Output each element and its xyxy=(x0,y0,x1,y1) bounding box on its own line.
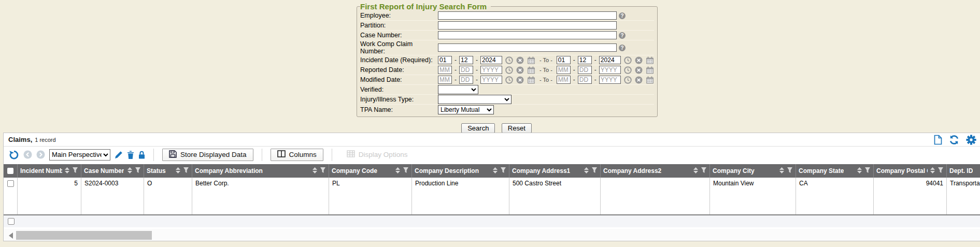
perspective-select[interactable]: Main Perspective xyxy=(49,149,110,161)
incident-date-from-month-input[interactable] xyxy=(438,56,452,64)
column-header-company-description[interactable]: Company Description xyxy=(412,164,509,178)
new-document-icon[interactable] xyxy=(934,135,942,145)
column-header-case-number[interactable]: Case Number xyxy=(81,164,144,178)
column-header-incident-number[interactable]: Incident Number xyxy=(18,164,81,178)
help-icon[interactable]: ? xyxy=(619,12,626,19)
clock-icon[interactable] xyxy=(624,76,632,84)
partition-input[interactable] xyxy=(438,21,617,30)
reset-button[interactable]: Reset xyxy=(502,123,532,133)
filter-icon[interactable] xyxy=(591,167,598,175)
sort-icon[interactable] xyxy=(175,167,181,176)
scrollbar-thumb[interactable] xyxy=(16,231,152,240)
clock-icon[interactable] xyxy=(624,56,632,64)
sort-icon[interactable] xyxy=(127,167,133,176)
clear-date-icon[interactable] xyxy=(516,66,524,74)
modified-date-from-month-input[interactable] xyxy=(438,76,452,84)
modified-date-to-day-input[interactable] xyxy=(578,76,592,84)
case-number-input[interactable] xyxy=(438,31,617,39)
calendar-icon[interactable] xyxy=(646,76,654,84)
filter-icon[interactable] xyxy=(938,167,944,175)
filter-icon[interactable] xyxy=(135,167,141,175)
modified-date-to-year-input[interactable] xyxy=(599,76,621,84)
work-comp-claim-number-input[interactable] xyxy=(438,43,617,52)
reported-date-to-year-input[interactable] xyxy=(599,66,621,74)
clear-date-icon[interactable] xyxy=(635,56,643,64)
column-header-company-code[interactable]: Company Code xyxy=(329,164,412,178)
clock-icon[interactable] xyxy=(505,76,513,84)
column-header-company-postal-code[interactable]: Company Postal Code xyxy=(874,164,947,178)
column-header-company-state[interactable]: Company State xyxy=(796,164,874,178)
column-header-company-abbreviation[interactable]: Company Abbreviation xyxy=(192,164,329,178)
refresh-icon[interactable] xyxy=(949,135,959,145)
sort-icon[interactable] xyxy=(693,167,699,176)
filter-icon[interactable] xyxy=(183,167,189,175)
next-perspective-icon[interactable] xyxy=(36,150,45,159)
calendar-icon[interactable] xyxy=(527,76,535,84)
delete-perspective-trash-icon[interactable] xyxy=(127,151,134,159)
reported-date-from-month-input[interactable] xyxy=(438,66,452,74)
table-row[interactable]: 5 S2024-0003 O Better Corp. PL Productio… xyxy=(4,178,980,215)
incident-date-to-month-input[interactable] xyxy=(557,56,571,64)
footer-checkbox[interactable] xyxy=(8,218,15,225)
column-header-dept-id[interactable]: Dept. ID xyxy=(947,164,980,178)
filter-icon[interactable] xyxy=(500,167,506,175)
reported-date-to-month-input[interactable] xyxy=(557,66,571,74)
edit-perspective-pencil-icon[interactable] xyxy=(115,151,123,159)
clear-date-icon[interactable] xyxy=(516,76,524,84)
sort-icon[interactable] xyxy=(64,167,70,176)
reported-date-to-day-input[interactable] xyxy=(578,66,592,74)
column-header-company-address2[interactable]: Company Address2 xyxy=(601,164,710,178)
sort-icon[interactable] xyxy=(312,167,318,176)
sort-icon[interactable] xyxy=(395,167,401,176)
sort-icon[interactable] xyxy=(930,167,935,176)
calendar-icon[interactable] xyxy=(646,66,654,74)
horizontal-scrollbar[interactable] xyxy=(4,227,980,241)
filter-icon[interactable] xyxy=(701,167,707,175)
column-header-status[interactable]: Status xyxy=(144,164,192,178)
filter-icon[interactable] xyxy=(864,167,871,175)
clock-icon[interactable] xyxy=(505,66,513,74)
tpa-name-select[interactable]: Liberty Mutual xyxy=(438,105,494,114)
incident-date-to-year-input[interactable] xyxy=(599,56,621,64)
scroll-left-arrow[interactable] xyxy=(9,233,13,239)
sort-icon[interactable] xyxy=(779,167,785,176)
help-icon[interactable]: ? xyxy=(619,45,626,51)
reported-date-from-year-input[interactable] xyxy=(480,66,502,74)
column-header-company-city[interactable]: Company City xyxy=(710,164,796,178)
filter-icon[interactable] xyxy=(403,167,409,175)
calendar-icon[interactable] xyxy=(527,56,535,64)
incident-date-from-year-input[interactable] xyxy=(480,56,502,64)
previous-perspective-icon[interactable] xyxy=(23,150,32,159)
filter-icon[interactable] xyxy=(320,167,326,175)
calendar-icon[interactable] xyxy=(527,66,535,74)
undo-icon[interactable] xyxy=(9,150,19,160)
columns-button[interactable]: Columns xyxy=(271,149,323,161)
help-icon[interactable]: ? xyxy=(619,32,626,39)
gear-icon[interactable] xyxy=(966,135,976,145)
store-displayed-data-button[interactable]: Store Displayed Data xyxy=(162,149,253,161)
calendar-icon[interactable] xyxy=(646,56,654,64)
clock-icon[interactable] xyxy=(505,56,513,64)
select-all-checkbox[interactable] xyxy=(7,168,13,174)
sort-icon[interactable] xyxy=(857,167,862,176)
sort-icon[interactable] xyxy=(492,167,498,176)
clear-date-icon[interactable] xyxy=(635,66,643,74)
modified-date-from-day-input[interactable] xyxy=(459,76,473,84)
clock-icon[interactable] xyxy=(624,66,632,74)
filter-icon[interactable] xyxy=(787,167,793,175)
incident-date-from-day-input[interactable] xyxy=(459,56,473,64)
clear-date-icon[interactable] xyxy=(516,56,524,64)
employee-input[interactable] xyxy=(438,11,617,20)
modified-date-from-year-input[interactable] xyxy=(480,76,502,84)
clear-date-icon[interactable] xyxy=(635,76,643,84)
modified-date-to-month-input[interactable] xyxy=(557,76,571,84)
row-checkbox[interactable] xyxy=(7,180,14,187)
incident-date-to-day-input[interactable] xyxy=(578,56,592,64)
lock-perspective-icon[interactable] xyxy=(138,151,145,159)
filter-icon[interactable] xyxy=(72,167,78,175)
column-header-company-address1[interactable]: Company Address1 xyxy=(509,164,601,178)
reported-date-from-day-input[interactable] xyxy=(459,66,473,74)
search-button[interactable]: Search xyxy=(461,123,495,133)
verified-select[interactable] xyxy=(438,85,478,94)
sort-icon[interactable] xyxy=(584,167,589,176)
